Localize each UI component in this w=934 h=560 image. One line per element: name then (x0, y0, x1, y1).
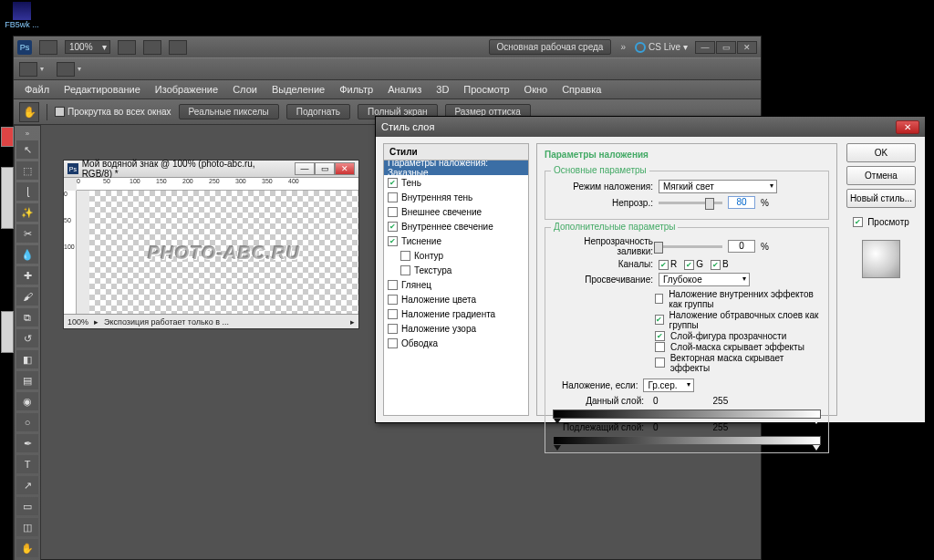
brush-tool[interactable]: 🖌 (16, 287, 38, 306)
opacity-input[interactable]: 80 (728, 196, 755, 209)
left-panel-tab-3[interactable] (1, 311, 14, 353)
effect-checkbox[interactable]: ✔ (388, 338, 398, 348)
menu-file[interactable]: Файл (19, 82, 55, 97)
actual-pixels-button[interactable]: Реальные пикселы (179, 104, 279, 119)
close-button[interactable]: ✕ (737, 41, 757, 54)
adv-option-3[interactable]: Слой-маска скрывает эффекты (655, 342, 821, 352)
effect-row-5[interactable]: ✔Тиснение (384, 233, 528, 248)
minimize-button[interactable]: — (695, 41, 715, 54)
left-panel-tab-1[interactable] (1, 127, 14, 147)
zoom-dropdown[interactable]: 100% (65, 40, 110, 54)
workspace-more-icon[interactable]: » (618, 42, 628, 52)
view-icon-3[interactable] (169, 40, 187, 55)
menu-select[interactable]: Выделение (266, 82, 330, 97)
type-tool[interactable]: T (16, 455, 38, 473)
eyedropper-tool[interactable]: 💧 (16, 245, 38, 264)
workspace-button[interactable]: Основная рабочая среда (489, 39, 612, 55)
effect-row-10[interactable]: ✔Наложение градиента (384, 306, 528, 321)
status-zoom[interactable]: 100% (67, 317, 88, 327)
marquee-tool[interactable]: ⬚ (16, 161, 38, 180)
blur-tool[interactable]: ◉ (16, 392, 38, 410)
dialog-close-button[interactable]: ✕ (896, 120, 919, 134)
effect-checkbox[interactable]: ✔ (388, 236, 398, 246)
knockout-select[interactable]: Глубокое (659, 273, 750, 286)
effect-checkbox[interactable]: ✔ (388, 324, 398, 334)
menu-help[interactable]: Справка (556, 82, 607, 97)
this-layer-gradient[interactable] (553, 410, 821, 419)
ok-button[interactable]: OK (846, 143, 916, 162)
effect-checkbox[interactable]: ✔ (388, 207, 398, 217)
menu-analysis[interactable]: Анализ (382, 82, 427, 97)
lasso-tool[interactable]: ɭ (16, 182, 38, 201)
fill-opacity-input[interactable]: 0 (728, 240, 755, 253)
dodge-tool[interactable]: ○ (16, 413, 38, 431)
effect-row-2[interactable]: ✔Внутренняя тень (384, 190, 528, 204)
effect-row-12[interactable]: ✔Обводка (384, 336, 528, 350)
hand-tool-icon[interactable]: ✋ (19, 102, 39, 122)
channel-r[interactable]: ✔R (659, 259, 677, 270)
effect-checkbox[interactable]: ✔ (400, 265, 410, 275)
effect-checkbox[interactable]: ✔ (388, 309, 398, 319)
effect-checkbox[interactable]: ✔ (388, 192, 398, 202)
stamp-tool[interactable]: ⧉ (16, 308, 38, 327)
effect-row-0[interactable]: Параметры наложения: Заказные (384, 161, 528, 175)
dialog-titlebar[interactable]: Стиль слоя ✕ (376, 117, 925, 137)
gradient-tool[interactable]: ▤ (16, 371, 38, 389)
effect-row-9[interactable]: ✔Наложение цвета (384, 292, 528, 306)
adv-option-2[interactable]: ✔Слой-фигура прозрачности (655, 331, 821, 341)
path-tool[interactable]: ↗ (16, 476, 38, 494)
channel-b[interactable]: ✔B (711, 259, 729, 270)
effect-row-4[interactable]: ✔Внутреннее свечение (384, 219, 528, 233)
screen-mode-icon[interactable] (57, 62, 75, 77)
channel-g[interactable]: ✔G (684, 259, 703, 270)
heal-tool[interactable]: ✚ (16, 266, 38, 285)
view-icon-2[interactable] (143, 40, 161, 55)
history-brush-tool[interactable]: ↺ (16, 329, 38, 347)
effect-checkbox[interactable]: ✔ (400, 251, 410, 261)
left-panel-tab-2[interactable] (1, 167, 14, 229)
scroll-all-option[interactable]: Прокрутка во всех окнах (55, 107, 171, 118)
menu-view[interactable]: Просмотр (458, 82, 514, 97)
fit-screen-button[interactable]: Подогнать (286, 104, 350, 119)
doc-close-button[interactable]: ✕ (335, 162, 355, 175)
cs-live-button[interactable]: CS Live▾ (635, 42, 688, 53)
effect-checkbox[interactable]: ✔ (388, 295, 398, 305)
effect-checkbox[interactable]: ✔ (388, 178, 398, 188)
hand-tool[interactable]: ✋ (16, 539, 38, 557)
wand-tool[interactable]: ✨ (16, 203, 38, 222)
opacity-slider[interactable] (659, 202, 722, 204)
view-icon-1[interactable] (118, 40, 136, 55)
eraser-tool[interactable]: ◧ (16, 350, 38, 368)
preview-checkbox[interactable]: ✔Просмотр (853, 217, 909, 227)
menu-window[interactable]: Окно (519, 82, 554, 97)
effect-checkbox[interactable]: ✔ (388, 222, 398, 232)
effect-row-7[interactable]: ✔Текстура (384, 263, 528, 277)
desktop-shortcut[interactable]: FB5wk ... (0, 0, 44, 27)
effect-row-6[interactable]: ✔Контур (384, 248, 528, 263)
adv-option-4[interactable]: Векторная маска скрывает эффекты (655, 353, 821, 373)
status-info[interactable]: Экспозиция работает только в ... (104, 317, 229, 327)
canvas[interactable]: PHOTO-ABC.RU (89, 191, 358, 314)
adv-option-1[interactable]: ✔Наложение обтравочных слоев как группы (655, 310, 821, 330)
doc-maximize-button[interactable]: ▭ (315, 162, 335, 175)
effect-row-11[interactable]: ✔Наложение узора (384, 321, 528, 336)
maximize-button[interactable]: ▭ (716, 41, 736, 54)
menu-3d[interactable]: 3D (431, 82, 454, 97)
doc-arrange-icon[interactable] (19, 62, 37, 77)
fill-opacity-slider[interactable] (659, 245, 722, 248)
doc-minimize-button[interactable]: — (295, 162, 315, 175)
under-layer-gradient[interactable] (553, 436, 821, 445)
new-style-button[interactable]: Новый стиль... (846, 189, 916, 208)
adv-option-0[interactable]: Наложение внутренних эффектов как группы (655, 289, 821, 309)
menu-image[interactable]: Изображение (150, 82, 223, 97)
document-titlebar[interactable]: Ps Мой водяной знак @ 100% (photo-abc.ru… (64, 161, 358, 178)
menu-edit[interactable]: Редактирование (58, 82, 146, 97)
menu-layer[interactable]: Слои (227, 82, 263, 97)
cancel-button[interactable]: Отмена (846, 166, 916, 185)
move-tool[interactable]: ↖ (16, 140, 38, 159)
3d-tool[interactable]: ◫ (16, 518, 38, 536)
crop-tool[interactable]: ✂ (16, 224, 38, 243)
blendif-select[interactable]: Гр.сер. (643, 379, 694, 392)
effect-row-3[interactable]: ✔Внешнее свечение (384, 204, 528, 219)
menu-filter[interactable]: Фильтр (334, 82, 379, 97)
